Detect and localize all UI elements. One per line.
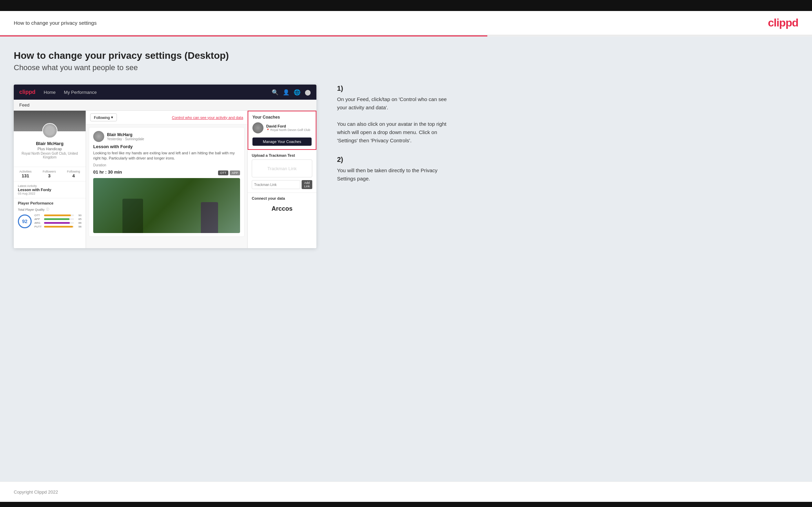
stat-followers-label: Followers bbox=[43, 170, 56, 173]
site-header: How to change your privacy settings clip… bbox=[0, 11, 812, 35]
activity-user-name: Blair McHarg bbox=[107, 132, 144, 137]
coaches-section: Your Coaches David Ford 📍 Royal North De… bbox=[248, 111, 316, 150]
activity-tags: OTT APP bbox=[218, 170, 240, 175]
bar-fill-app bbox=[44, 218, 69, 220]
activity-title: Lesson with Fordy bbox=[93, 144, 240, 149]
page-heading: How to change your privacy settings (Des… bbox=[14, 50, 798, 61]
trackman-placeholder: Trackman Link bbox=[268, 166, 297, 171]
feed-header: Following ▾ Control who can see your act… bbox=[86, 111, 247, 124]
connect-title: Connect your data bbox=[252, 196, 312, 200]
app-body: Blair McHarg Plus Handicap Royal North D… bbox=[14, 111, 316, 248]
feed-panel: Following ▾ Control who can see your act… bbox=[86, 111, 248, 248]
coach-club: 📍 Royal North Devon Golf Club bbox=[266, 128, 310, 132]
bar-val-arg: 86 bbox=[75, 221, 82, 224]
app-nav-logo: clippd bbox=[19, 89, 35, 95]
perf-bar-arg: ARG 86 bbox=[34, 221, 82, 224]
bar-track-arg bbox=[44, 222, 74, 224]
trackman-box: Trackman Link bbox=[252, 159, 312, 177]
bar-label-putt: PUTT bbox=[34, 225, 43, 228]
perf-quality-label: Total Player Quality bbox=[18, 208, 45, 211]
tag-ott: OTT bbox=[218, 170, 228, 175]
stat-activities: Activities 131 bbox=[19, 170, 32, 178]
stat-following-value: 4 bbox=[67, 173, 80, 178]
instruction-1-text: On your Feed, click/tap on 'Control who … bbox=[337, 95, 447, 145]
instruction-1: 1) On your Feed, click/tap on 'Control w… bbox=[337, 85, 447, 145]
app-nav-icons: 🔍 👤 🌐 ⬤ bbox=[272, 89, 311, 96]
manage-coaches-button[interactable]: Manage Your Coaches bbox=[252, 137, 312, 146]
trackman-title: Upload a Trackman Test bbox=[252, 153, 312, 157]
player-performance: Player Performance Total Player Quality … bbox=[14, 198, 86, 232]
profile-banner bbox=[14, 111, 86, 131]
stat-followers: Followers 3 bbox=[43, 170, 56, 178]
avatar-icon[interactable]: ⬤ bbox=[305, 89, 311, 96]
clippd-logo: clippd bbox=[768, 16, 798, 29]
nav-item-home[interactable]: Home bbox=[44, 90, 56, 95]
feed-tab-label: Feed bbox=[19, 102, 30, 108]
bar-fill-ott bbox=[44, 214, 71, 216]
activity-card: Blair McHarg Yesterday · Sunningdale Les… bbox=[89, 127, 245, 237]
chevron-down-icon: ▾ bbox=[111, 115, 113, 120]
instructions-panel: 1) On your Feed, click/tap on 'Control w… bbox=[330, 85, 447, 194]
profile-name: Blair McHarg bbox=[18, 141, 82, 146]
latest-activity-name: Lesson with Fordy bbox=[18, 188, 82, 192]
profile-club: Royal North Devon Golf Club, United King… bbox=[18, 152, 82, 159]
perf-bar-app: APP 85 bbox=[34, 218, 82, 221]
activity-user-location: Yesterday · Sunningdale bbox=[107, 137, 144, 141]
activity-user: Blair McHarg Yesterday · Sunningdale bbox=[93, 131, 240, 142]
perf-bar-ott: OTT 90 bbox=[34, 214, 82, 217]
stat-following-label: Following bbox=[67, 170, 80, 173]
activity-description: Looking to feel like my hands are exitin… bbox=[93, 151, 240, 161]
bar-label-ott: OTT bbox=[34, 214, 43, 217]
bar-val-putt: 96 bbox=[75, 225, 82, 228]
footer-copyright: Copyright Clippd 2022 bbox=[14, 489, 58, 495]
coach-avatar bbox=[252, 122, 263, 133]
profile-stats: Activities 131 Followers 3 Following 4 bbox=[14, 167, 86, 181]
site-footer: Copyright Clippd 2022 bbox=[0, 482, 812, 502]
following-label: Following bbox=[94, 115, 110, 120]
stat-activities-value: 131 bbox=[19, 173, 32, 178]
bar-label-arg: ARG bbox=[34, 221, 43, 224]
perf-title: Player Performance bbox=[18, 201, 82, 205]
info-icon: ⓘ bbox=[46, 207, 49, 212]
globe-icon[interactable]: 🌐 bbox=[294, 89, 301, 96]
activity-time: 01 hr : 30 min bbox=[93, 169, 122, 175]
golfer-silhouette-1 bbox=[122, 199, 143, 233]
top-bar bbox=[0, 0, 812, 11]
trackman-input-row: Add Link bbox=[252, 180, 312, 189]
connect-section: Connect your data Arccos bbox=[248, 193, 316, 219]
tag-app: APP bbox=[230, 170, 240, 175]
perf-bar-putt: PUTT 96 bbox=[34, 225, 82, 228]
bar-label-app: APP bbox=[34, 218, 43, 221]
activity-duration-label: Duration bbox=[93, 163, 240, 167]
latest-activity-date: 03 Aug 2022 bbox=[18, 192, 82, 195]
bar-track-ott bbox=[44, 214, 74, 216]
perf-content: 92 OTT 90 APP bbox=[18, 214, 82, 229]
control-link[interactable]: Control who can see your activity and da… bbox=[172, 115, 243, 120]
instruction-2-text: You will then be taken directly to the P… bbox=[337, 166, 447, 183]
search-icon[interactable]: 🔍 bbox=[272, 89, 279, 96]
latest-activity: Latest Activity Lesson with Fordy 03 Aug… bbox=[14, 181, 86, 198]
perf-quality: Total Player Quality ⓘ bbox=[18, 207, 82, 212]
profile-avatar bbox=[42, 123, 57, 138]
activity-user-avatar bbox=[93, 131, 104, 142]
bar-val-app: 85 bbox=[75, 218, 82, 221]
following-button[interactable]: Following ▾ bbox=[90, 113, 117, 121]
person-icon[interactable]: 👤 bbox=[283, 89, 290, 96]
feed-tab[interactable]: Feed bbox=[14, 100, 316, 111]
trackman-section: Upload a Trackman Test Trackman Link Add… bbox=[248, 150, 316, 193]
latest-label: Latest Activity bbox=[18, 184, 82, 188]
bar-track-putt bbox=[44, 226, 74, 228]
nav-item-performance[interactable]: My Performance bbox=[64, 90, 97, 95]
profile-handicap: Plus Handicap bbox=[18, 147, 82, 151]
trackman-input[interactable] bbox=[252, 180, 300, 189]
activity-footer: 01 hr : 30 min OTT APP bbox=[93, 169, 240, 175]
activity-image bbox=[93, 178, 240, 233]
coaches-title: Your Coaches bbox=[252, 115, 312, 120]
bar-val-ott: 90 bbox=[75, 214, 82, 217]
header-title: How to change your privacy settings bbox=[14, 20, 97, 26]
profile-panel: Blair McHarg Plus Handicap Royal North D… bbox=[14, 111, 86, 248]
instruction-1-number: 1) bbox=[337, 85, 447, 92]
main-content: How to change your privacy settings (Des… bbox=[0, 36, 812, 482]
add-link-button[interactable]: Add Link bbox=[302, 180, 312, 189]
instruction-2-number: 2) bbox=[337, 156, 447, 164]
